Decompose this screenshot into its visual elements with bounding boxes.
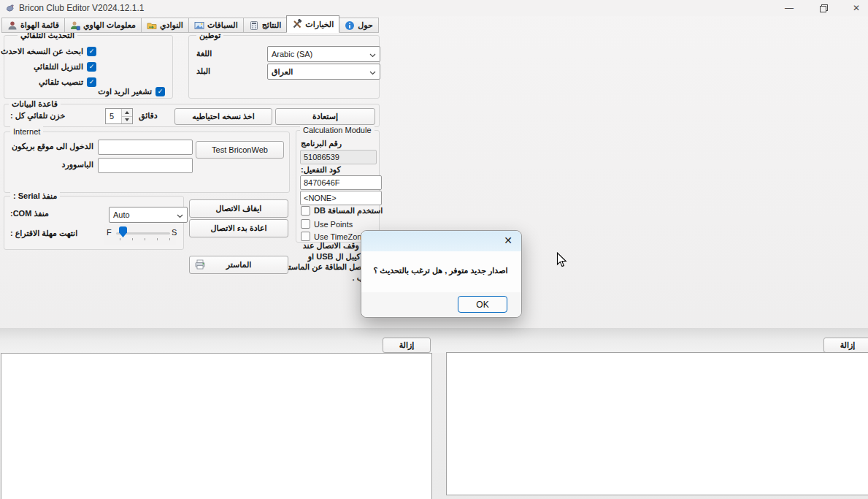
checkbox-use-distance-db[interactable]: استخدم المسافة DB — [301, 206, 383, 216]
com-port-select[interactable]: Auto — [109, 207, 188, 223]
password-input[interactable] — [98, 158, 193, 173]
com-port-label: منفذ COM: — [10, 209, 49, 218]
checkbox-search-latest[interactable]: ابحث عن النسخه الاحدث ✓ — [1, 47, 96, 56]
tab-clubs[interactable]: النوادي — [142, 18, 189, 33]
mouse-cursor — [556, 252, 567, 272]
tab-label: السباقات — [207, 20, 238, 30]
group-calculation-module: Calculation Module رقم البرنامج 51086539… — [296, 130, 380, 243]
tab-races[interactable]: السباقات — [189, 18, 244, 33]
checkbox-checked-icon: ✓ — [155, 87, 165, 96]
group-title: قاعدة البيانات — [9, 99, 61, 109]
checkbox-label: Use Points — [314, 220, 353, 229]
program-number-label: رقم البرنامج — [301, 139, 342, 148]
checkbox-label: التنزيل التلقائي — [34, 62, 83, 72]
activation-code-field[interactable]: 8470646F — [300, 175, 382, 190]
restart-connection-button[interactable]: اعادة بدء الاتصال — [189, 219, 288, 237]
minutes-label: دقائق — [139, 111, 158, 121]
tab-fanciers-list[interactable]: قائمة الهواة — [1, 18, 65, 33]
fancier-person-icon — [7, 20, 18, 31]
module-none-field[interactable]: <NONE> — [300, 191, 382, 205]
remove-button-left[interactable]: إزالة — [383, 338, 431, 353]
tab-label: قائمة الهواة — [20, 20, 59, 30]
checkbox-auto-download[interactable]: التنزيل التلقائي ✓ — [34, 62, 96, 72]
stepper-down-icon[interactable] — [122, 117, 132, 124]
restore-icon[interactable] — [811, 0, 836, 16]
login-label: الدخول الى موقع بريكون — [7, 142, 93, 151]
group-serial-port: منفذ Serial : منفذ COM: Auto انتهت مهلة … — [4, 196, 184, 250]
list-panel-left[interactable] — [1, 353, 432, 499]
group-auto-update: التحديث التلقائي ابحث عن النسخه الاحدث ✓… — [4, 35, 173, 99]
remove-button-right[interactable]: إزالة — [823, 338, 868, 353]
stop-connection-button[interactable]: ايقاف الاتصال — [189, 199, 288, 218]
program-number-field: 51086539 — [300, 150, 377, 164]
tab-results[interactable]: النتائج — [244, 18, 288, 33]
tools-icon — [292, 19, 302, 29]
app-icon — [4, 2, 16, 17]
calculator-icon — [249, 20, 259, 31]
checkbox-readout[interactable]: تشغير الريد اوت ✓ — [98, 87, 165, 96]
app-window: Bricon Club Editor V2024.12.1.1 — ✕ قائم… — [0, 0, 868, 499]
tab-label: الخيارات — [305, 20, 334, 29]
poll-timeout-label: انتهت مهلة الاقتراع : — [10, 229, 77, 238]
group-title: Internet — [10, 126, 43, 137]
master-button[interactable]: الماستر — [189, 256, 288, 274]
checkbox-unchecked-icon — [301, 219, 310, 229]
activation-code-label: كود التفعيل: — [301, 165, 341, 175]
ok-button[interactable]: OK — [458, 296, 507, 313]
close-button[interactable]: ✕ — [844, 0, 868, 16]
minimize-button[interactable]: — — [777, 0, 802, 16]
restore-button[interactable]: إستعادة — [275, 108, 375, 125]
printer-icon — [194, 259, 206, 273]
group-title: منفذ Serial : — [10, 191, 60, 201]
chevron-down-icon — [369, 65, 376, 78]
slider-max-label: S — [172, 228, 177, 237]
tab-label: النتائج — [262, 20, 282, 30]
tab-fancier-info[interactable]: معلومات الهاوي — [65, 18, 142, 33]
tab-label: حول — [358, 20, 372, 30]
tab-options[interactable]: الخيارات — [286, 15, 339, 33]
checkbox-auto-install[interactable]: تنصيب تلقائي ✓ — [39, 77, 96, 87]
chevron-down-icon — [369, 47, 376, 61]
window-title: Bricon Club Editor V2024.12.1.1 — [19, 3, 144, 13]
country-label: البلد — [196, 66, 210, 76]
autosave-interval-stepper[interactable]: 5 — [105, 108, 133, 124]
stepper-up-icon[interactable] — [122, 109, 132, 117]
slider-thumb[interactable] — [119, 226, 127, 237]
group-database: قاعدة البيانات خزن تلقائي كل : 5 دقائق ا… — [4, 104, 380, 127]
timeout-slider: F S — [104, 224, 176, 245]
dialog-close-icon[interactable]: ✕ — [504, 235, 512, 246]
com-port-value: Auto — [113, 210, 130, 219]
checkbox-use-points[interactable]: Use Points — [301, 219, 353, 229]
tab-label: النوادي — [160, 20, 183, 30]
country-value: العراق — [272, 67, 293, 77]
checkbox-checked-icon: ✓ — [87, 62, 96, 72]
master-button-label: الماستر — [226, 260, 252, 270]
country-select[interactable]: العراق — [267, 64, 380, 80]
chevron-down-icon — [177, 208, 183, 221]
title-bar: Bricon Club Editor V2024.12.1.1 — ✕ — [0, 0, 868, 16]
module-none-value: <NONE> — [304, 194, 337, 202]
checkbox-checked-icon: ✓ — [87, 77, 96, 87]
checkbox-label: Use TimeZone — [314, 232, 366, 241]
checkbox-label: تشغير الريد اوت — [98, 87, 152, 96]
group-title: Calculation Module — [300, 125, 375, 135]
activation-code-value: 8470646F — [304, 178, 340, 187]
slider-min-label: F — [107, 228, 112, 237]
program-number-value: 51086539 — [304, 153, 339, 161]
fancier-info-icon — [70, 20, 80, 31]
password-label: الباسوورد — [7, 160, 93, 169]
test-briconweb-button[interactable]: Test BriconWeb — [196, 141, 284, 159]
dialog-message: اصدار جديد متوفر , هل ترغب بالتحديث ؟ — [367, 266, 514, 275]
language-select[interactable]: Arabic (SA) — [267, 46, 380, 62]
checkbox-checked-icon: ✓ — [87, 47, 96, 56]
backup-button[interactable]: اخذ نسخه احتياطيه — [174, 108, 272, 125]
picture-icon — [194, 20, 204, 31]
list-panel-right[interactable] — [446, 352, 868, 495]
interval-value: 5 — [106, 109, 121, 123]
tab-about[interactable]: حول — [339, 18, 378, 33]
tab-label: معلومات الهاوي — [83, 20, 136, 30]
language-value: Arabic (SA) — [272, 50, 312, 58]
dialog-title-bar — [361, 231, 521, 251]
login-input[interactable] — [98, 140, 193, 155]
footer-band — [0, 328, 868, 353]
